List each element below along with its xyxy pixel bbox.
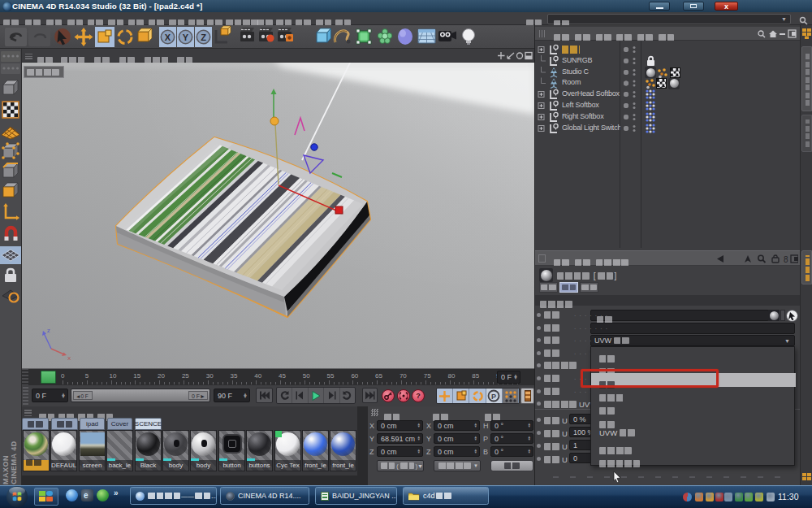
svg-text:Z: Z (201, 33, 206, 42)
svg-text:8: 8 (784, 255, 788, 264)
svg-text:Y: Y (183, 33, 189, 42)
svg-text:P: P (491, 393, 496, 401)
svg-text:x: x (67, 354, 71, 362)
svg-text:X: X (165, 33, 171, 42)
svg-text:z: z (47, 327, 50, 334)
